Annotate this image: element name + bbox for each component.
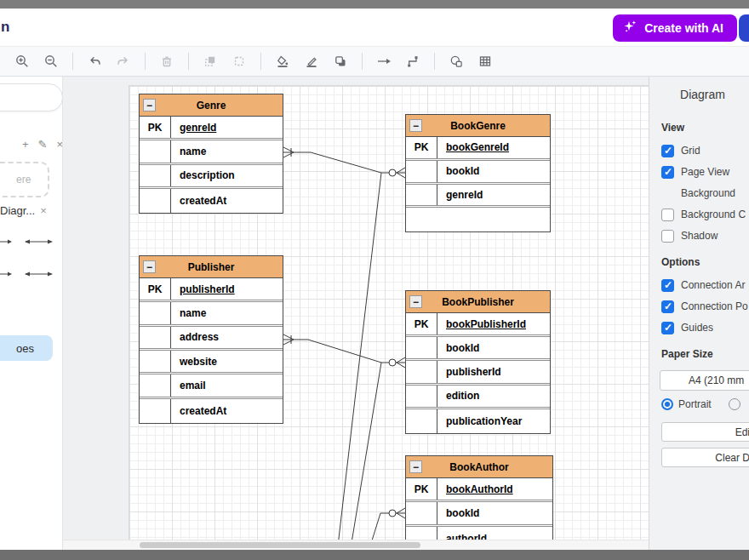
entity-attribute-row[interactable]: description [140,165,283,189]
save-button-partial[interactable] [739,14,749,42]
entity-attribute-row[interactable]: publisherId [406,361,550,385]
entity-attribute-row[interactable]: PKbookPublisherId [406,313,550,337]
panel-title: Diagram [656,88,749,101]
sidebar-selected-category[interactable]: oes [0,335,53,361]
er-relationship-edge[interactable] [283,152,405,173]
edit-button[interactable]: Edi [661,422,749,442]
background-color-checkbox[interactable] [661,209,674,221]
entity-table-genre[interactable]: −GenrePKgenreIdnamedescriptioncreatedAt [139,94,283,214]
entity-attribute-row[interactable]: bookId [406,161,550,185]
shadow-icon[interactable] [329,50,352,72]
shadow-checkbox[interactable] [661,230,674,243]
entity-attribute-row[interactable]: PKbookAuthorId [406,478,552,502]
shape-preview-row[interactable] [0,267,63,281]
edit-library-icon[interactable]: ✎ [38,138,48,151]
collapse-icon[interactable]: − [143,260,156,273]
page-view-checkbox[interactable] [661,166,674,179]
zoom-in-icon[interactable] [10,50,34,72]
close-library-icon[interactable]: × [57,138,64,151]
entity-header[interactable]: −Genre [140,94,283,117]
to-back-icon[interactable] [227,50,251,72]
page-view-label: Page View [681,166,729,178]
entity-attribute-row[interactable]: genreId [406,185,550,209]
paper-size-select[interactable]: A4 (210 mm [660,370,749,391]
portrait-radio[interactable] [661,398,673,410]
connection-arrows-checkbox[interactable] [661,279,674,292]
shape-search-input[interactable] [0,83,63,111]
entity-attribute-row[interactable]: createdAt [140,399,283,423]
attribute-name: bookId [437,337,550,358]
add-library-icon[interactable]: + [22,138,29,151]
undo-icon[interactable] [83,50,106,72]
waypoint-connector-icon[interactable] [401,50,425,72]
to-front-icon[interactable] [198,50,222,72]
pk-cell: PK [406,478,437,500]
entity-table-bookauthor[interactable]: −BookAuthorPKbookAuthorIdbookIdauthorId [405,455,553,550]
attribute-name: bookId [437,161,550,182]
entity-attribute-row[interactable]: name [140,302,283,326]
library-section-title[interactable]: Diagr... [0,204,35,217]
entity-attribute-row[interactable]: publicationYear [406,409,550,433]
er-relationship-edge[interactable] [350,363,381,550]
diagram-canvas[interactable]: −GenrePKgenreIdnamedescriptioncreatedAt−… [63,77,649,550]
er-relationship-edge[interactable] [337,173,381,550]
background-row: Background [681,186,749,200]
entity-table-publisher[interactable]: −PublisherPKpublisherIdnameaddresswebsit… [139,255,283,424]
entity-attribute-row[interactable]: bookId [406,502,552,526]
entity-attribute-row[interactable]: createdAt [140,189,283,213]
library-close-icon[interactable]: × [40,204,47,217]
collapse-icon[interactable]: − [143,99,156,111]
entity-attribute-row[interactable]: PKpublisherId [140,278,283,302]
entity-attribute-row[interactable]: website [140,351,283,374]
attribute-name: createdAt [171,189,283,213]
entity-attribute-row[interactable]: email [140,374,283,398]
insert-table-icon[interactable] [473,50,497,72]
entity-attribute-row[interactable]: address [140,327,283,351]
line-color-icon[interactable] [300,50,323,72]
pk-cell [140,351,171,372]
orientation-radio-row: Portrait [661,398,749,410]
pk-cell [140,327,171,348]
entity-empty-row[interactable] [406,208,550,231]
guides-checkbox[interactable] [661,322,674,334]
redo-icon[interactable] [111,50,135,72]
portrait-label: Portrait [678,398,712,410]
entity-attribute-row[interactable]: bookId [406,337,550,361]
arrow-icon[interactable] [372,50,396,72]
toolbar-separator [72,53,73,70]
entity-attribute-row[interactable]: edition [406,386,550,409]
delete-icon[interactable] [155,50,179,72]
connection-arrows-label: Connection Ar [681,279,745,291]
entity-header[interactable]: −BookGenre [406,115,550,137]
shape-preview-row[interactable] [0,235,63,249]
pk-cell [406,409,437,433]
horizontal-scrollbar-thumb[interactable] [140,542,420,548]
entity-attribute-row[interactable]: PKbookGenreId [406,137,550,161]
landscape-radio[interactable] [729,398,740,410]
attribute-name: name [171,140,283,162]
collapse-icon[interactable]: − [409,460,422,473]
entity-table-bookgenre[interactable]: −BookGenrePKbookGenreIdbookIdgenreId [405,114,551,232]
clear-default-style-button[interactable]: Clear D [661,448,749,467]
create-with-ai-button[interactable]: Create with AI [613,14,737,42]
fill-color-icon[interactable] [271,50,294,72]
entity-header[interactable]: −BookAuthor [406,456,552,478]
entity-header[interactable]: −Publisher [140,256,283,278]
horizontal-scrollbar[interactable] [63,540,649,550]
pk-cell [406,185,437,206]
er-relationship-edge[interactable] [283,340,405,363]
shape-dropzone[interactable]: ere [0,162,49,197]
collapse-icon[interactable]: − [409,295,422,308]
zoom-out-icon[interactable] [39,50,63,72]
entity-header[interactable]: −BookPublisher [406,291,550,313]
attribute-name: edition [437,386,550,407]
collapse-icon[interactable]: − [409,119,422,132]
entity-attribute-row[interactable]: name [140,140,283,164]
entity-attribute-row[interactable]: PKgenreId [140,117,283,140]
pk-cell [140,302,171,323]
app-title: n [1,19,9,36]
connection-points-checkbox[interactable] [661,300,674,313]
entity-table-bookpublisher[interactable]: −BookPublisherPKbookPublisherIdbookIdpub… [405,290,551,434]
grid-checkbox[interactable] [661,145,674,157]
insert-shape-icon[interactable] [444,50,468,72]
